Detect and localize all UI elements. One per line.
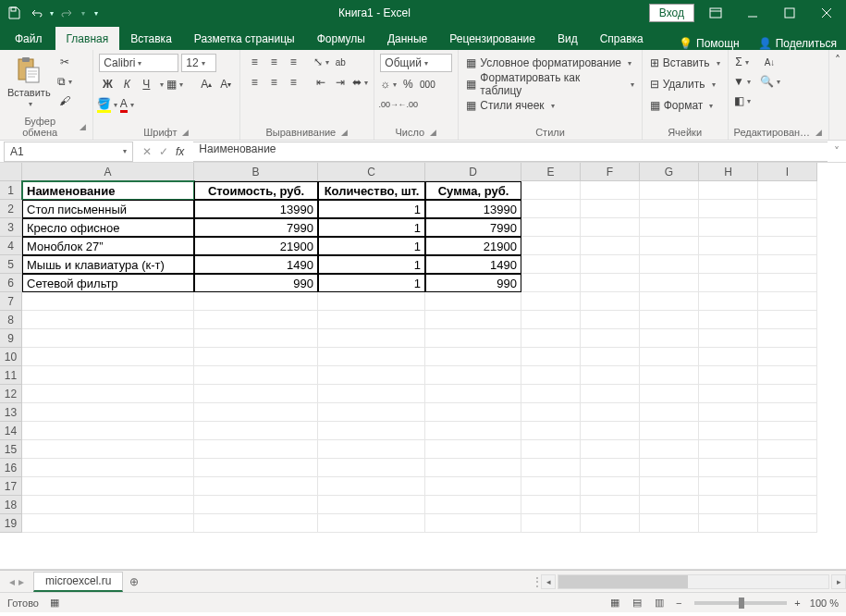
cell[interactable] (521, 422, 581, 440)
redo-icon[interactable] (57, 3, 78, 23)
cell[interactable] (318, 366, 425, 385)
dialog-launcher-icon[interactable]: ◢ (180, 128, 190, 137)
paste-button[interactable]: Вставить ▾ (6, 54, 53, 110)
cell[interactable] (521, 496, 581, 514)
cell[interactable] (581, 366, 640, 385)
cell[interactable]: Моноблок 27” (22, 237, 194, 255)
cell[interactable]: 7990 (194, 218, 318, 237)
row-header[interactable]: 13 (0, 403, 22, 422)
format-cells-button[interactable]: ▦Формат▾ (648, 96, 716, 115)
sheet-tab[interactable]: microexcel.ru (33, 572, 123, 592)
cancel-formula-icon[interactable]: ✕ (142, 145, 152, 158)
cell-styles-button[interactable]: ▦Стили ячеек▾ (464, 96, 556, 115)
fill-icon[interactable]: ▼▾ (734, 73, 751, 90)
cell[interactable] (22, 403, 194, 422)
cell[interactable] (521, 385, 581, 403)
add-sheet-icon[interactable]: ⊕ (123, 572, 145, 592)
cell[interactable] (758, 274, 817, 292)
cell[interactable] (758, 366, 817, 385)
cell[interactable] (699, 477, 758, 496)
spreadsheet-grid[interactable]: ABCDEFGHI1НаименованиеСтоимость, руб.Кол… (0, 163, 846, 570)
cell[interactable] (758, 459, 817, 477)
currency-icon[interactable]: ☼▾ (380, 76, 397, 92)
cell[interactable] (699, 274, 758, 292)
signin-button[interactable]: Вход (649, 4, 694, 22)
cell[interactable]: 990 (425, 274, 521, 292)
cell[interactable] (581, 237, 640, 255)
row-header[interactable]: 7 (0, 292, 22, 311)
increase-decimal-icon[interactable]: .00→ (380, 96, 397, 113)
cell[interactable] (22, 440, 194, 459)
column-header[interactable]: F (581, 163, 640, 181)
accept-formula-icon[interactable]: ✓ (159, 145, 168, 158)
dialog-launcher-icon[interactable]: ◢ (428, 128, 437, 137)
cell[interactable] (699, 218, 758, 237)
cell[interactable] (318, 459, 425, 477)
cell[interactable] (521, 311, 581, 329)
tab-review[interactable]: Рецензирование (438, 27, 546, 50)
cell[interactable] (22, 366, 194, 385)
cell[interactable] (699, 422, 758, 440)
page-break-view-icon[interactable]: ▥ (649, 595, 669, 611)
align-center-icon[interactable]: ≡ (265, 74, 282, 91)
qat-customize[interactable]: ▾ (92, 3, 100, 23)
macro-record-icon[interactable]: ▦ (50, 597, 59, 609)
cell[interactable] (640, 440, 699, 459)
cell[interactable] (425, 514, 521, 533)
row-header[interactable]: 16 (0, 459, 22, 477)
cell[interactable] (22, 348, 194, 366)
cell[interactable] (758, 329, 817, 348)
minimize-icon[interactable] (737, 0, 768, 26)
horizontal-scrollbar[interactable] (558, 574, 829, 589)
cell[interactable] (521, 366, 581, 385)
cell[interactable] (425, 329, 521, 348)
cell[interactable] (22, 459, 194, 477)
tab-home[interactable]: Главная (55, 27, 120, 50)
cell[interactable] (640, 274, 699, 292)
page-layout-view-icon[interactable]: ▤ (627, 595, 647, 611)
tab-help[interactable]: Справка (589, 27, 655, 50)
cell[interactable] (22, 477, 194, 496)
cell[interactable] (699, 459, 758, 477)
font-size-select[interactable]: 12▾ (181, 54, 216, 72)
cell[interactable]: Кресло офисное (22, 218, 194, 237)
cell[interactable] (581, 422, 640, 440)
expand-formula-icon[interactable]: ˅ (828, 145, 846, 158)
cell[interactable] (521, 403, 581, 422)
cell[interactable] (640, 496, 699, 514)
undo-dropdown[interactable]: ▾ (48, 3, 55, 23)
increase-font-icon[interactable]: A▴ (198, 76, 215, 92)
row-header[interactable]: 10 (0, 348, 22, 366)
number-format-select[interactable]: Общий▾ (380, 54, 452, 72)
insert-cells-button[interactable]: ⊞Вставить▾ (648, 54, 722, 72)
cell[interactable] (425, 477, 521, 496)
cell[interactable]: Сетевой фильтр (22, 274, 194, 292)
cell[interactable] (699, 329, 758, 348)
cell[interactable] (699, 385, 758, 403)
column-header[interactable]: B (194, 163, 318, 181)
ribbon-options-icon[interactable] (700, 0, 731, 26)
tab-pagelayout[interactable]: Разметка страницы (183, 27, 306, 50)
cell[interactable]: Количество, шт. (318, 181, 425, 200)
cell[interactable] (699, 403, 758, 422)
cell[interactable] (581, 496, 640, 514)
decrease-indent-icon[interactable]: ⇤ (313, 74, 329, 91)
cell[interactable] (521, 237, 581, 255)
cell[interactable] (758, 496, 817, 514)
cell[interactable] (640, 218, 699, 237)
cell[interactable] (581, 385, 640, 403)
cell[interactable] (194, 459, 318, 477)
autosum-icon[interactable]: Σ▾ (734, 54, 751, 70)
collapse-ribbon-icon[interactable]: ˄ (829, 50, 846, 140)
cell[interactable]: 1 (318, 274, 425, 292)
cell[interactable] (699, 200, 758, 218)
cell[interactable] (194, 311, 318, 329)
cell[interactable] (699, 440, 758, 459)
cell[interactable] (640, 477, 699, 496)
cell[interactable] (640, 237, 699, 255)
cell[interactable]: 1 (318, 237, 425, 255)
cell[interactable] (521, 218, 581, 237)
cell[interactable] (318, 311, 425, 329)
dialog-launcher-icon[interactable]: ◢ (339, 128, 349, 137)
format-as-table-button[interactable]: ▦Форматировать как таблицу▾ (464, 75, 635, 93)
